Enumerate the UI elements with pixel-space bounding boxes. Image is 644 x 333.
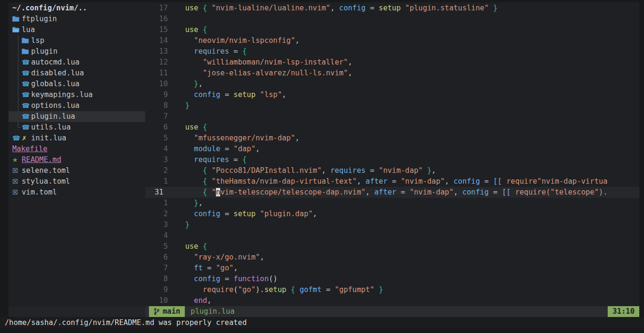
lua-file-icon: ☎	[22, 111, 31, 122]
tree-item-label: lsp	[31, 35, 44, 46]
branch-name: main	[163, 306, 180, 317]
code-text	[172, 230, 176, 241]
code-line[interactable]: 15 use {	[145, 24, 639, 35]
line-number: 9	[145, 284, 172, 295]
tree-item-disabled-lua[interactable]: ☎disabled.lua	[8, 68, 145, 79]
line-number: 3	[145, 154, 172, 165]
folder-open-icon	[12, 24, 22, 35]
code-line[interactable]: 17 use { "nvim-lualine/lualine.nvim", co…	[145, 3, 639, 14]
code-buffer[interactable]: 17 use { "nvim-lualine/lualine.nvim", co…	[145, 3, 639, 306]
tree-item-ftplugin[interactable]: ftplugin	[8, 14, 145, 24]
file-tree-panel: ~/.config/nvim/.. ftpluginlualspplugin☎a…	[8, 3, 145, 198]
code-text: ft = "go",	[172, 263, 238, 274]
code-text: { "nvim-telescope/telescope-dap.nvim", a…	[172, 187, 608, 198]
line-number: 2	[145, 165, 172, 176]
code-text: use {	[172, 241, 207, 252]
lua-file-icon: ☎	[22, 57, 31, 68]
tree-item-plugin[interactable]: plugin	[8, 46, 145, 57]
tree-item-readme-md[interactable]: ★README.md	[8, 154, 145, 165]
line-number: 8	[145, 274, 172, 284]
tree-item-vim-toml[interactable]: ☒vim.toml	[8, 187, 145, 198]
tree-item-lsp[interactable]: lsp	[8, 35, 145, 46]
tree-item-lua[interactable]: lua	[8, 24, 145, 35]
code-text: "mfussenegger/nvim-dap",	[172, 133, 299, 144]
code-line[interactable]: 16	[145, 14, 639, 24]
tree-item-label: autocmd.lua	[31, 57, 80, 68]
code-text: },	[172, 79, 203, 89]
lua-file-icon: ☎	[22, 68, 31, 79]
code-text: }	[172, 219, 190, 230]
tree-item-globals-lua[interactable]: ☎globals.lua	[8, 79, 145, 89]
line-number: 5	[145, 133, 172, 144]
tree-item-init-lua[interactable]: ☎✗init.lua	[8, 133, 145, 144]
code-text: use {	[172, 24, 207, 35]
code-line[interactable]: 10 end,	[145, 295, 639, 306]
line-number: 9	[145, 89, 172, 100]
code-line[interactable]: 4	[145, 230, 639, 241]
code-line[interactable]: 3 }	[145, 219, 639, 230]
code-line[interactable]: 11 "jose-elias-alvarez/null-ls.nvim",	[145, 68, 639, 79]
tree-item-label: ftplugin	[22, 14, 57, 24]
tree-item-keymapings-lua[interactable]: ☎keymapings.lua	[8, 89, 145, 100]
code-line[interactable]: 13 requires = {	[145, 46, 639, 57]
lua-file-icon: ☎	[12, 133, 22, 144]
code-line[interactable]: 9 require("go").setup { gofmt = "gpfumpt…	[145, 284, 639, 295]
tree-item-stylua-toml[interactable]: ☒stylua.toml	[8, 176, 145, 187]
statusline-filename: plugin.lua	[190, 306, 234, 317]
code-line-current[interactable]: 31 { "nvim-telescope/telescope-dap.nvim"…	[145, 187, 639, 198]
code-line[interactable]: 10 },	[145, 79, 639, 89]
line-number: 16	[145, 14, 172, 24]
code-text: { "Pocco81/DAPInstall.nvim", requires = …	[172, 165, 436, 176]
code-lines: 17 use { "nvim-lualine/lualine.nvim", co…	[145, 3, 639, 306]
lua-file-icon: ☎	[22, 79, 31, 89]
lua-file-icon: ☎	[22, 100, 31, 111]
tree-item-plugin-lua[interactable]: ☎plugin.lua	[8, 111, 145, 122]
tree-root-path: ~/.config/nvim/..	[8, 3, 145, 14]
line-number: 1	[145, 176, 172, 187]
code-line[interactable]: 3 requires = {	[145, 154, 639, 165]
code-line[interactable]: 2 { "Pocco81/DAPInstall.nvim", requires …	[145, 165, 639, 176]
line-number: 6	[145, 122, 172, 133]
tree-item-label: Makefile	[12, 144, 48, 154]
code-line[interactable]: 12 "williamboman/nvim-lsp-installer",	[145, 57, 639, 68]
code-line[interactable]: 1 { "theHamsta/nvim-dap-virtual-text", a…	[145, 176, 639, 187]
tree-item-utils-lua[interactable]: ☎utils.lua	[8, 122, 145, 133]
code-text: { "theHamsta/nvim-dap-virtual-text", aft…	[172, 176, 608, 187]
code-line[interactable]: 8 config = function()	[145, 274, 639, 284]
tree-item-makefile[interactable]: Makefile	[8, 144, 145, 154]
code-line[interactable]: 2 config = setup "plugin.dap",	[145, 209, 639, 219]
code-text	[172, 111, 176, 122]
line-number: 3	[145, 219, 172, 230]
tree-item-label: init.lua	[31, 133, 66, 144]
tree-item-options-lua[interactable]: ☎options.lua	[8, 100, 145, 111]
code-text	[172, 14, 176, 24]
line-number: 17	[145, 3, 172, 14]
line-number: 2	[145, 209, 172, 219]
code-line[interactable]: 9 config = setup "lsp",	[145, 89, 639, 100]
folder-closed-icon	[22, 46, 31, 57]
code-line[interactable]: 14 "neovim/nvim-lspconfig",	[145, 35, 639, 46]
code-text: }	[172, 100, 190, 111]
code-text: requires = {	[172, 46, 247, 57]
message-line: /home/sasha/.config/nvim/README.md was p…	[0, 317, 644, 329]
code-line[interactable]: 7 ft = "go",	[145, 263, 639, 274]
tree-item-autocmd-lua[interactable]: ☎autocmd.lua	[8, 57, 145, 68]
code-line[interactable]: 7	[145, 111, 639, 122]
folder-closed-icon	[22, 35, 31, 46]
line-number: 10	[145, 295, 172, 306]
line-number: 14	[145, 35, 172, 46]
code-line[interactable]: 6 "ray-x/go.nvim",	[145, 252, 639, 263]
tree-item-label: disabled.lua	[31, 68, 84, 79]
code-text: "neovim/nvim-lspconfig",	[172, 35, 299, 46]
code-line[interactable]: 8 }	[145, 100, 639, 111]
line-number: 10	[145, 79, 172, 89]
line-number: 7	[145, 263, 172, 274]
code-line[interactable]: 5 use {	[145, 241, 639, 252]
code-line[interactable]: 4 module = "dap",	[145, 144, 639, 154]
tree-item-label: globals.lua	[31, 79, 80, 89]
tree-item-selene-toml[interactable]: ☒selene.toml	[8, 165, 145, 176]
tree-item-label: keymapings.lua	[31, 89, 93, 100]
code-line[interactable]: 6 use {	[145, 122, 639, 133]
code-line[interactable]: 5 "mfussenegger/nvim-dap",	[145, 133, 639, 144]
code-line[interactable]: 1 },	[145, 198, 639, 209]
